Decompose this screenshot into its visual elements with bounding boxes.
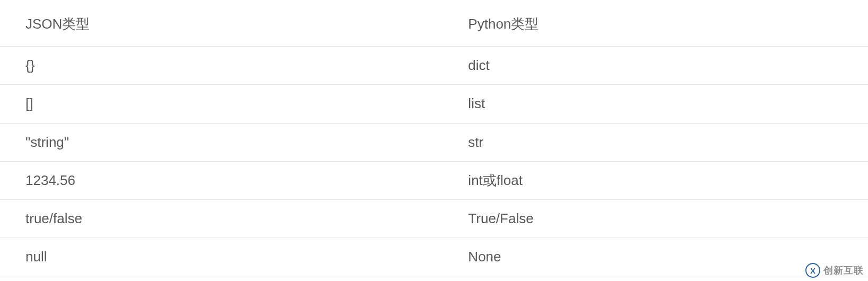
cell-python: int或float [442, 161, 868, 199]
table-row: {} dict [0, 47, 868, 85]
table-header-row: JSON类型 Python类型 [0, 0, 868, 47]
type-mapping-table: JSON类型 Python类型 {} dict [] list "string"… [0, 0, 868, 276]
cell-python: dict [442, 47, 868, 85]
table-row: "string" str [0, 123, 868, 161]
cell-python: str [442, 123, 868, 161]
cell-json: 1234.56 [0, 161, 442, 199]
cell-json: [] [0, 85, 442, 123]
watermark: X 创新互联 [805, 263, 864, 278]
table-header-python: Python类型 [442, 0, 868, 47]
watermark-text: 创新互联 [823, 264, 864, 277]
table-row: null None [0, 238, 868, 276]
cell-json: true/false [0, 199, 442, 238]
cell-python: True/False [442, 199, 868, 238]
cell-json: {} [0, 47, 442, 85]
table-header-json: JSON类型 [0, 0, 442, 47]
cell-json: null [0, 238, 442, 276]
table-row: [] list [0, 85, 868, 123]
watermark-logo-icon: X [805, 263, 820, 278]
table-row: true/false True/False [0, 199, 868, 238]
cell-python: list [442, 85, 868, 123]
cell-json: "string" [0, 123, 442, 161]
table-row: 1234.56 int或float [0, 161, 868, 199]
type-mapping-table-container: JSON类型 Python类型 {} dict [] list "string"… [0, 0, 868, 276]
cell-python: None [442, 238, 868, 276]
